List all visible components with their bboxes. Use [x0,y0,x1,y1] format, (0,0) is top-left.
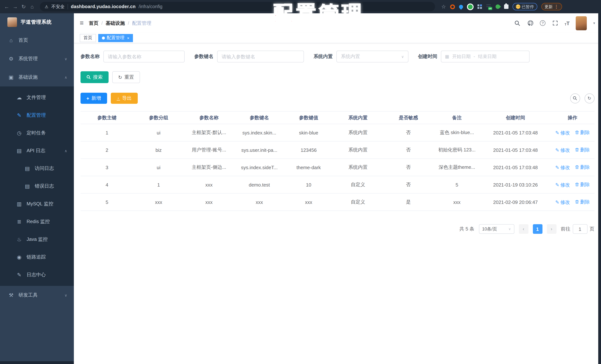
page-size-select[interactable]: 10条/页 [479,224,514,234]
sidebar-item-home[interactable]: 首页 [0,31,74,50]
delete-link[interactable]: 删除 [575,199,590,205]
sidebar-logo-row[interactable]: 芋道管理系统 [0,13,74,31]
sidebar-item-access-log[interactable]: 访问日志 [0,160,74,177]
edit-link[interactable]: 修改 [555,199,570,206]
refresh-table-button[interactable] [584,93,594,103]
edit-link[interactable]: 修改 [555,130,570,136]
sidebar-item-scheduled-jobs[interactable]: 定时任务 [0,124,74,142]
date-range-picker[interactable]: 开始日期 - 结束日期 [441,51,530,62]
extension-grid-icon[interactable] [477,4,482,9]
address-bar[interactable]: 不安全 dashboard.yudao.iocoder.cn/infra/con… [40,2,435,11]
sidebar-item-file-manage[interactable]: 文件管理 [0,89,74,106]
edit-link[interactable]: 修改 [555,164,570,171]
breadcrumb-home[interactable]: 首页 [89,20,98,26]
cell-key: sys.index.sideT... [234,159,285,176]
cell-actions: 修改 删除 [551,124,594,141]
export-button[interactable]: 导出 [110,93,138,104]
page-size-value: 10条/页 [482,226,497,232]
log-center-icon [16,272,22,278]
builtin-select[interactable]: 系统内置 [336,51,408,62]
delete-link[interactable]: 删除 [575,146,590,153]
search-button[interactable]: 搜索 [80,71,109,83]
cell-name: 主框架页-默认... [184,124,234,141]
cell-builtin: 自定义 [333,176,383,193]
cell-name: 用户管理-账号... [184,141,234,159]
extension-green-icon[interactable] [468,4,472,9]
help-icon[interactable] [540,20,545,26]
delete-link[interactable]: 删除 [575,129,590,136]
collapse-sidebar-icon[interactable] [80,19,84,27]
browser-update-button[interactable]: 更新 ⋮ [541,3,562,10]
page-unit-label: 页 [590,226,594,232]
active-dot-icon [102,36,105,39]
github-icon[interactable] [527,20,534,26]
sidebar-item-redis-monitor[interactable]: Redis 监控 [0,213,74,231]
sidebar-menu: 首页 系统管理 基础设施 文件管理 [0,31,74,361]
sidebar-item-api-log[interactable]: API 日志 [0,142,74,160]
reset-button[interactable]: 重置 [112,71,140,83]
sidebar-item-error-log[interactable]: 错误日志 [0,177,74,195]
sidebar-item-mysql-monitor[interactable]: MySQL 监控 [0,195,74,213]
next-page-button[interactable]: › [547,224,556,234]
paused-extension-badge[interactable]: 已暂停 [512,3,537,10]
plus-icon [86,96,89,101]
kebab-menu-icon[interactable]: ⋮ [554,4,559,9]
delete-link[interactable]: 删除 [575,164,590,171]
goto-page-input[interactable] [572,224,587,234]
edit-link[interactable]: 修改 [555,147,570,153]
browser-back-icon[interactable] [4,4,10,10]
font-size-icon[interactable] [565,20,570,26]
cell-id: 1 [80,124,133,141]
cell-remark: xxx [433,193,480,211]
extension-cn-icon[interactable]: cn [486,4,491,9]
tab-config-manage[interactable]: 配置管理 [98,34,133,42]
delete-link[interactable]: 删除 [575,181,590,188]
bookmark-star-icon[interactable] [441,4,446,10]
breadcrumb-infrastructure[interactable]: 基础设施 [106,20,125,26]
filter-builtin-label: 系统内置 [313,53,333,60]
tab-label: 配置管理 [107,35,124,41]
mysql-monitor-icon [16,201,22,207]
extensions-puzzle-icon[interactable] [504,4,508,9]
extension-pin-icon[interactable] [458,4,464,10]
tab-home[interactable]: 首页 [80,34,96,42]
avatar[interactable] [576,16,587,30]
sidebar-item-log-center[interactable]: 日志中心 [0,266,74,284]
goto-label: 前往 [561,226,570,232]
browser-forward-icon[interactable] [12,4,18,10]
add-button[interactable]: 新增 [80,93,107,104]
tabs-bar: 首页 配置管理 [74,33,601,43]
extension-leaf-icon[interactable] [494,3,501,10]
close-tab-icon[interactable] [127,36,130,40]
sidebar-item-system-manage[interactable]: 系统管理 [0,50,74,68]
avatar-caret-icon[interactable] [593,21,595,25]
browser-extensions: cn 已暂停 更新 ⋮ [441,3,562,10]
filter-name-field: 参数名称 [80,51,185,62]
calendar-icon [445,54,449,59]
param-key-input[interactable] [217,51,304,62]
prev-page-button[interactable]: ‹ [519,224,528,234]
sidebar-item-devtools[interactable]: 研发工具 [0,286,74,304]
browser-reload-icon[interactable] [21,4,27,10]
col-param-name: 参数名称 [184,111,234,124]
sidebar-item-java-monitor[interactable]: Java 监控 [0,231,74,248]
trash-icon [575,182,579,187]
sidebar-item-trace[interactable]: 链路追踪 [0,248,74,266]
table-row: 1 ui 主框架页-默认... sys.index.skin... skin-b… [80,124,594,141]
page-number-current[interactable]: 1 [533,224,542,234]
param-name-input[interactable] [103,51,185,62]
sidebar-item-infrastructure[interactable]: 基础设施 [0,68,74,86]
browser-home-icon[interactable] [29,4,35,10]
sidebar-item-config-manage[interactable]: 配置管理 [0,106,74,124]
cell-value: theme-dark [285,159,333,176]
cell-group: xxx [133,193,184,211]
hide-search-button[interactable] [570,93,580,103]
range-separator: - [474,54,475,59]
extension-orange-icon[interactable] [450,4,455,9]
edit-link[interactable]: 修改 [555,182,570,188]
table-tools [570,93,594,103]
trash-icon [575,148,579,152]
search-icon[interactable] [514,20,521,26]
fullscreen-icon[interactable] [552,20,558,26]
cell-created: 2021-01-05 17:03:48 [480,141,551,159]
